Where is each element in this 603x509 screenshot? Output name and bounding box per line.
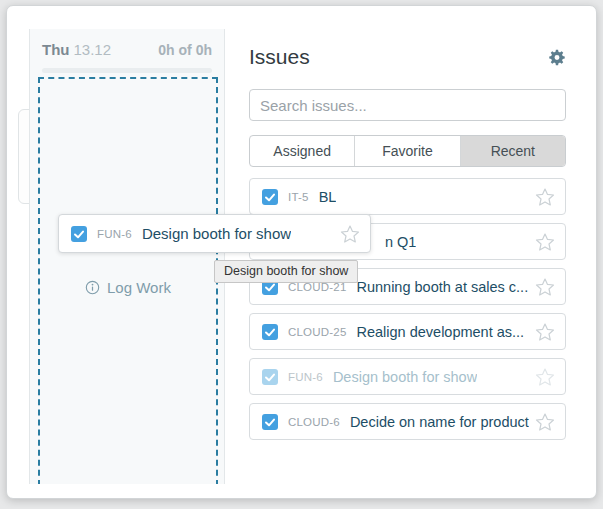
log-work-label: Log Work (107, 279, 171, 296)
issue-key: FUN-6 (97, 228, 132, 240)
tab-assigned[interactable]: Assigned (250, 136, 354, 166)
issue-summary: Running booth at sales c... (356, 279, 528, 295)
issue-summary: n Q1 (385, 234, 416, 250)
favorite-star-icon[interactable] (535, 322, 555, 342)
issue-row[interactable]: CLOUD-6 Decide on name for product (249, 403, 566, 440)
favorite-star-icon[interactable] (535, 277, 555, 297)
task-checkbox-icon (262, 189, 278, 205)
issue-row[interactable]: IT-5 BL (249, 178, 566, 215)
day-hours-summary: 0h of 0h (158, 42, 212, 58)
favorite-star-icon[interactable] (340, 224, 360, 244)
issue-row[interactable]: CLOUD-25 Realign development as... (249, 313, 566, 350)
issues-panel-header: Issues (249, 45, 566, 69)
issue-summary: Design booth for show (333, 369, 477, 385)
tab-favorite[interactable]: Favorite (354, 136, 459, 166)
issue-key: CLOUD-6 (288, 416, 340, 428)
dragged-issue-card[interactable]: FUN-6 Design booth for show (58, 214, 371, 253)
favorite-star-icon[interactable] (535, 187, 555, 207)
day-header: Thu13.12 0h of 0h (30, 29, 224, 58)
task-checkbox-icon (71, 226, 87, 242)
day-date: 13.12 (74, 41, 112, 58)
issue-key: FUN-6 (288, 371, 323, 383)
search-input[interactable] (249, 89, 566, 121)
favorite-star-icon[interactable] (535, 232, 555, 252)
day-weekday: Thu (42, 41, 70, 58)
tab-group: AssignedFavoriteRecent (249, 135, 566, 167)
favorite-star-icon[interactable] (535, 412, 555, 432)
issue-summary: Realign development as... (356, 324, 524, 340)
drag-tooltip: Design booth for show (214, 260, 358, 283)
app-window: Thu13.12 0h of 0h Log Work Issues Assign… (6, 5, 597, 499)
worklog-dropzone[interactable]: Log Work (38, 77, 218, 484)
info-icon (85, 280, 100, 295)
favorite-star-icon[interactable] (535, 367, 555, 387)
day-label: Thu13.12 (42, 41, 111, 58)
issue-row[interactable]: FUN-6 Design booth for show (249, 358, 566, 395)
issue-key: CLOUD-25 (288, 326, 346, 338)
gear-icon[interactable] (549, 49, 566, 66)
issue-summary: Decide on name for product (350, 414, 529, 430)
task-checkbox-icon (262, 324, 278, 340)
issue-summary: BL (319, 189, 337, 205)
task-checkbox-icon (262, 414, 278, 430)
day-column: Thu13.12 0h of 0h Log Work (29, 29, 225, 484)
panel-title: Issues (249, 45, 310, 69)
day-progress-bar (42, 68, 212, 73)
issue-key: IT-5 (288, 191, 309, 203)
tab-recent[interactable]: Recent (460, 136, 565, 166)
task-checkbox-icon (262, 369, 278, 385)
log-work-button[interactable]: Log Work (40, 279, 216, 296)
issue-summary: Design booth for show (142, 225, 291, 242)
